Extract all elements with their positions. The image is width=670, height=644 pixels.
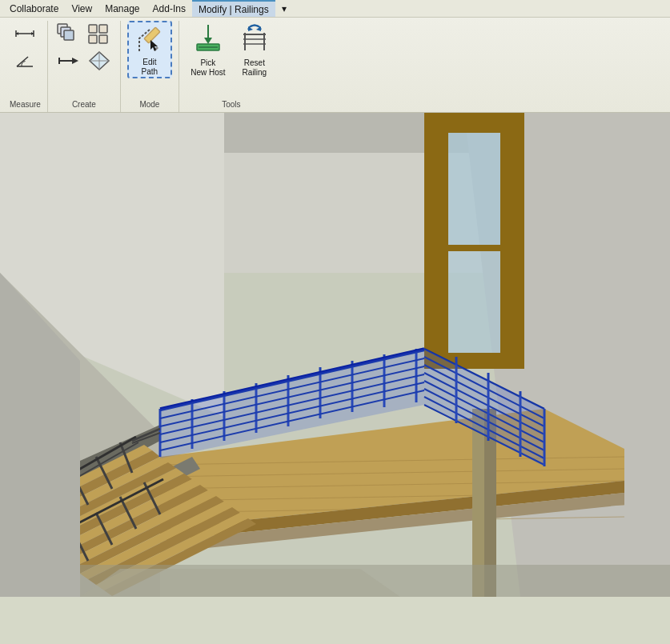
mode-buttons: EditPath <box>127 21 172 98</box>
create-group: Create <box>48 21 121 112</box>
edit-path-icon <box>134 22 166 58</box>
svg-rect-43 <box>448 249 500 353</box>
svg-rect-12 <box>89 35 97 43</box>
measure-linear-btn[interactable] <box>10 21 39 46</box>
measure-angle-btn[interactable] <box>10 48 39 74</box>
mode-label: Mode <box>139 98 159 112</box>
create-btn-1[interactable] <box>54 21 83 46</box>
create-btn-3[interactable] <box>54 48 83 74</box>
menu-extra[interactable]: ▾ <box>275 0 293 17</box>
tools-buttons: PickNew Host <box>186 21 277 98</box>
reset-railing-btn[interactable]: ResetRailing <box>232 21 277 78</box>
svg-rect-44 <box>448 245 500 251</box>
measure-buttons <box>10 21 39 98</box>
ribbon: Collaborate View Manage Add-Ins Modify |… <box>0 0 670 113</box>
create-label: Create <box>72 98 96 112</box>
menu-bar: Collaborate View Manage Add-Ins Modify |… <box>0 0 670 18</box>
svg-rect-40 <box>500 113 524 369</box>
pick-new-host-btn[interactable]: PickNew Host <box>186 21 231 78</box>
3d-scene <box>0 113 670 597</box>
measure-label: Measure <box>10 98 41 112</box>
create-btn-4[interactable] <box>85 48 114 74</box>
svg-rect-9 <box>64 30 74 40</box>
menu-addins[interactable]: Add-Ins <box>146 0 192 17</box>
create-col <box>54 21 114 74</box>
svg-line-6 <box>17 57 28 66</box>
svg-rect-13 <box>99 35 107 43</box>
edit-path-btn[interactable]: EditPath <box>127 21 172 78</box>
measure-group: Measure <box>3 21 48 112</box>
menu-view[interactable]: View <box>65 0 98 17</box>
create-btn-2[interactable] <box>85 21 114 46</box>
pick-host-icon <box>192 22 224 58</box>
measure-col <box>10 21 39 74</box>
tools-label: Tools <box>222 98 240 112</box>
menu-modify-railings[interactable]: Modify | Railings <box>192 0 275 17</box>
svg-rect-39 <box>424 113 448 369</box>
toolbar-area: Measure <box>0 18 670 112</box>
mode-group: EditPath Mode <box>121 21 179 112</box>
menu-collaborate[interactable]: Collaborate <box>3 0 65 17</box>
svg-marker-25 <box>204 38 212 44</box>
pick-new-host-label: PickNew Host <box>191 58 225 78</box>
svg-rect-20 <box>144 27 160 43</box>
svg-rect-10 <box>89 25 97 33</box>
svg-marker-123 <box>80 569 400 597</box>
menu-manage[interactable]: Manage <box>98 0 146 17</box>
create-buttons <box>54 21 114 98</box>
viewport[interactable] <box>0 113 670 597</box>
svg-marker-15 <box>72 58 78 64</box>
svg-rect-11 <box>99 25 107 33</box>
svg-rect-41 <box>424 113 524 133</box>
reset-railing-icon <box>239 22 271 58</box>
tools-group: PickNew Host <box>179 21 283 112</box>
svg-rect-42 <box>448 133 500 245</box>
edit-path-label: EditPath <box>142 58 158 77</box>
reset-railing-label: ResetRailing <box>243 58 267 78</box>
